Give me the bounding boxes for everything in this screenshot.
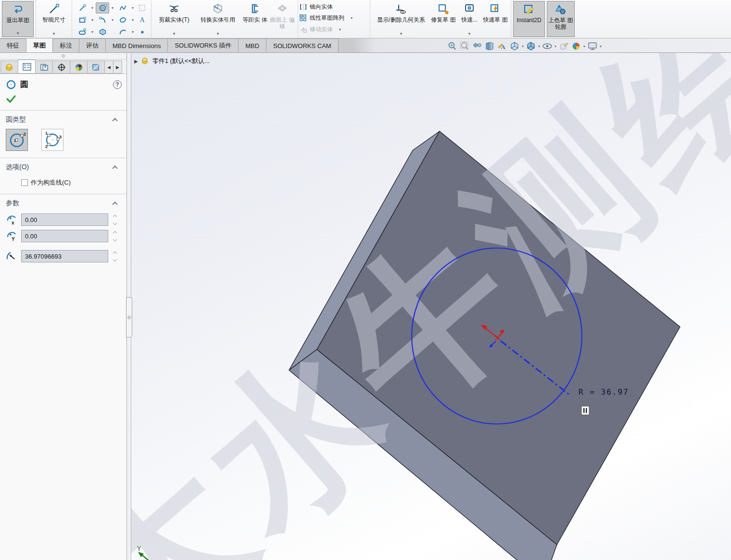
text-tool[interactable]: A xyxy=(135,14,149,25)
instant2d-button[interactable]: Instant2D xyxy=(513,1,545,37)
display-style-dropdown[interactable]: ▾ xyxy=(538,44,540,49)
spline-tool[interactable] xyxy=(116,2,129,13)
rectangle-tool[interactable] xyxy=(76,14,89,25)
offset-entities-button[interactable]: 等距实 体 xyxy=(241,1,269,37)
graphics-viewport[interactable]: 大水牛测绘 R = 36.97 Y xyxy=(131,53,731,560)
circle-type-header[interactable]: 圆类型 xyxy=(4,114,122,128)
polygon-tool[interactable] xyxy=(96,26,109,37)
rapid-sketch-button[interactable]: 快速草 图 xyxy=(482,1,509,37)
view-settings-dropdown[interactable]: ▾ xyxy=(600,44,602,49)
circle-dropdown[interactable]: ▾ xyxy=(112,6,113,10)
tab-evaluate[interactable]: 评估 xyxy=(79,38,106,52)
display-style-icon[interactable] xyxy=(525,41,537,51)
zoom-to-fit-icon[interactable] xyxy=(446,41,458,51)
rectangle-dropdown[interactable]: ▾ xyxy=(91,18,93,22)
center-circle-type-button[interactable]: 1 2 xyxy=(6,129,28,151)
slot-dropdown[interactable]: ▾ xyxy=(91,30,93,34)
line-dropdown[interactable]: ▾ xyxy=(91,6,93,10)
previous-view-icon[interactable] xyxy=(471,41,483,51)
point-tool[interactable] xyxy=(135,26,149,37)
mirror-entities-button[interactable]: 镜向实体 xyxy=(299,2,369,12)
tab-configuration-manager[interactable] xyxy=(35,61,53,74)
display-relations-dropdown[interactable]: ▾ xyxy=(400,31,403,37)
smart-dimension-dropdown[interactable]: ▾ xyxy=(53,31,55,37)
annotation-view-icon[interactable]: A xyxy=(496,41,508,51)
tab-mbd[interactable]: MBD xyxy=(238,38,266,52)
flyout-feature-tree[interactable]: ▶ 零件1 (默认<<默认... xyxy=(134,57,210,65)
move-entities-button[interactable]: 移动实体 ▾ xyxy=(299,25,369,34)
center-y-spinner[interactable] xyxy=(111,230,119,242)
hide-show-items-icon[interactable] xyxy=(542,41,553,51)
repair-sketch-button[interactable]: 修复草 图 xyxy=(430,1,457,37)
options-header[interactable]: 选项(O) xyxy=(4,162,122,175)
zoom-to-area-icon[interactable] xyxy=(459,41,470,51)
trim-entities-button[interactable]: 剪裁实体(T) ▾ xyxy=(153,1,195,37)
tab-annotate[interactable]: 标注 xyxy=(52,38,79,52)
convert-entities-button[interactable]: 转换实体引用 ▾ xyxy=(195,1,241,37)
ok-check-button[interactable] xyxy=(6,95,16,103)
center-y-input[interactable]: 0.00 xyxy=(21,230,108,242)
line-tool[interactable] xyxy=(76,2,89,13)
propertymanager-title: 圆 xyxy=(20,79,28,90)
edit-appearance-icon[interactable] xyxy=(558,41,569,51)
center-x-spinner[interactable] xyxy=(111,213,119,226)
tab-addins[interactable]: SOLIDWORKS 插件 xyxy=(167,38,239,52)
tab-sketch-label: 草图 xyxy=(33,41,46,50)
quick-snaps-dropdown[interactable]: ▾ xyxy=(468,31,471,37)
ellipse-dropdown[interactable]: ▾ xyxy=(132,18,134,22)
tab-cam[interactable]: SOLIDWORKS CAM xyxy=(266,38,339,52)
surface-offset-button[interactable]: 曲面上 偏移 xyxy=(269,1,296,37)
view-orientation-icon[interactable] xyxy=(509,41,520,51)
sketch-picture-tool[interactable] xyxy=(135,2,149,13)
tab-property-manager[interactable] xyxy=(18,60,36,74)
circle-tool[interactable] xyxy=(96,2,109,13)
panel-tabs-scroll-right[interactable]: ▶ xyxy=(113,61,122,74)
view-orientation-dropdown[interactable]: ▾ xyxy=(522,44,524,49)
arc-dropdown[interactable]: ▾ xyxy=(112,18,113,22)
quick-snaps-button[interactable]: 快速... ▾ xyxy=(457,1,482,37)
panel-horizontal-splitter[interactable] xyxy=(0,53,126,60)
sketch-circle[interactable] xyxy=(412,248,582,424)
view-settings-icon[interactable] xyxy=(587,41,598,51)
perimeter-circle-type-button[interactable]: × 1 2 3 xyxy=(41,129,63,151)
help-button[interactable]: ? xyxy=(113,80,122,89)
arc-tool[interactable] xyxy=(96,14,109,25)
fillet-tool[interactable] xyxy=(116,26,129,37)
tab-mbd-dimensions[interactable]: MBD Dimensions xyxy=(105,38,168,52)
panel-tabs-scroll-left[interactable]: ◀ xyxy=(104,61,113,74)
trim-entities-dropdown[interactable]: ▾ xyxy=(173,31,176,37)
center-x-icon: x xyxy=(6,214,18,225)
panel-vertical-splitter[interactable] xyxy=(127,53,131,560)
fillet-dropdown[interactable]: ▾ xyxy=(132,30,134,34)
apply-scene-dropdown[interactable]: ▾ xyxy=(583,44,585,49)
hide-show-dropdown[interactable]: ▾ xyxy=(555,44,556,49)
linear-pattern-dropdown[interactable]: ▾ xyxy=(351,16,353,20)
tab-featuremanager-tree[interactable] xyxy=(0,61,18,74)
linear-pattern-button[interactable]: 线性草图阵列 ▾ xyxy=(299,13,369,23)
smart-dimension-button[interactable]: 智能尺寸 ▾ xyxy=(38,1,70,37)
convert-entities-dropdown[interactable]: ▾ xyxy=(217,31,219,37)
display-relations-button[interactable]: 显示/删除几何关系 ▾ xyxy=(372,1,430,37)
exit-sketch-dropdown[interactable]: ▾ xyxy=(17,30,19,37)
exit-sketch-button[interactable]: 退出草图 ▾ xyxy=(2,1,34,37)
ellipse-tool[interactable] xyxy=(116,14,129,25)
radius-input[interactable]: 36.97096693 xyxy=(21,250,108,262)
tab-display-manager[interactable] xyxy=(70,61,88,74)
radius-spinner[interactable] xyxy=(111,250,119,262)
center-x-input[interactable]: 0.00 xyxy=(21,213,108,226)
parameters-header[interactable]: 参数 xyxy=(4,198,122,212)
repair-sketch-icon xyxy=(437,3,450,15)
move-entities-dropdown[interactable]: ▾ xyxy=(339,27,341,32)
shaded-contours-button[interactable]: 上色草 图轮廓 xyxy=(547,1,575,37)
section-view-icon[interactable] xyxy=(484,41,495,51)
tab-sketch[interactable]: 草图 xyxy=(26,38,53,52)
panel-collapse-handle[interactable] xyxy=(126,297,132,337)
tree-expand-arrow[interactable]: ▶ xyxy=(134,59,138,64)
tab-cam-manager[interactable] xyxy=(87,61,105,74)
tab-dimxpert-manager[interactable] xyxy=(52,61,70,74)
spline-dropdown[interactable]: ▾ xyxy=(132,6,134,10)
slot-tool[interactable] xyxy=(76,26,89,37)
tab-features[interactable]: 特征 xyxy=(0,38,26,52)
apply-scene-icon[interactable] xyxy=(570,41,582,51)
construction-line-checkbox[interactable] xyxy=(21,179,28,186)
